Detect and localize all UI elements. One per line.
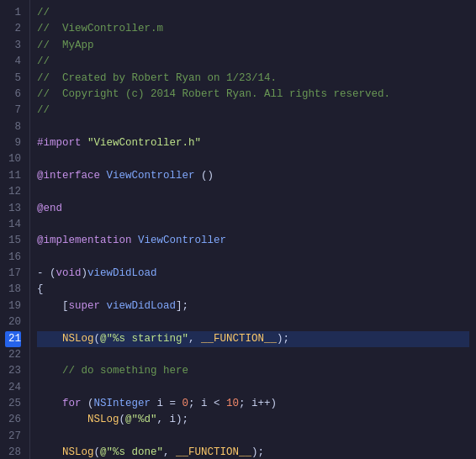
code-line-18: { [37,282,469,298]
code-line-16 [37,250,469,266]
line-number-10: 10 [5,151,21,167]
line-number-5: 5 [5,71,21,87]
line-number-15: 15 [5,233,21,249]
line-number-26: 26 [5,412,21,428]
line-number-18: 18 [5,282,21,298]
line-number-3: 3 [5,38,21,54]
line-number-8: 8 [5,119,21,135]
code-editor: 1234567891011121314151617181920212223242… [0,0,476,459]
code-line-11: @interface ViewController () [37,168,469,184]
line-number-9: 9 [5,135,21,151]
line-number-20: 20 [5,314,21,330]
code-line-13: @end [37,201,469,217]
line-number-19: 19 [5,298,21,314]
line-number-13: 13 [5,201,21,217]
line-number-27: 27 [5,429,21,445]
line-number-14: 14 [5,217,21,233]
line-number-4: 4 [5,54,21,70]
code-line-27 [37,429,469,445]
code-line-3: // MyApp [37,38,469,54]
line-number-11: 11 [5,168,21,184]
line-number-22: 22 [5,347,21,363]
line-number-7: 7 [5,103,21,119]
line-number-1: 1 [5,5,21,21]
code-line-6: // Copyright (c) 2014 Robert Ryan. All r… [37,87,469,103]
line-number-25: 25 [5,396,21,412]
code-line-14 [37,217,469,233]
code-line-20 [37,314,469,330]
code-line-19: [super viewDidLoad]; [37,298,469,314]
code-line-12 [37,184,469,200]
code-line-1: // [37,5,469,21]
code-line-23: // do something here [37,363,469,379]
code-line-26: NSLog(@"%d", i); [37,412,469,428]
code-line-2: // ViewController.m [37,21,469,37]
code-line-10 [37,151,469,167]
code-line-28: NSLog(@"%s done", __FUNCTION__); [37,445,469,459]
line-number-24: 24 [5,380,21,396]
line-number-6: 6 [5,87,21,103]
line-number-21: 21 [5,331,21,347]
line-numbers: 1234567891011121314151617181920212223242… [0,0,30,459]
code-line-9: #import "ViewController.h" [37,135,469,151]
code-content[interactable]: //// ViewController.m// MyApp//// Create… [30,0,476,459]
code-line-22 [37,347,469,363]
code-line-4: // [37,54,469,70]
code-line-25: for (NSInteger i = 0; i < 10; i++) [37,396,469,412]
line-number-17: 17 [5,266,21,282]
code-line-7: // [37,103,469,119]
code-line-24 [37,380,469,396]
line-number-28: 28 [5,445,21,459]
code-line-17: - (void)viewDidLoad [37,266,469,282]
line-number-2: 2 [5,21,21,37]
line-number-12: 12 [5,184,21,200]
code-line-21: NSLog(@"%s starting", __FUNCTION__); [37,331,469,347]
line-number-16: 16 [5,250,21,266]
line-number-23: 23 [5,363,21,379]
code-line-8 [37,119,469,135]
code-line-15: @implementation ViewController [37,233,469,249]
code-line-5: // Created by Robert Ryan on 1/23/14. [37,71,469,87]
